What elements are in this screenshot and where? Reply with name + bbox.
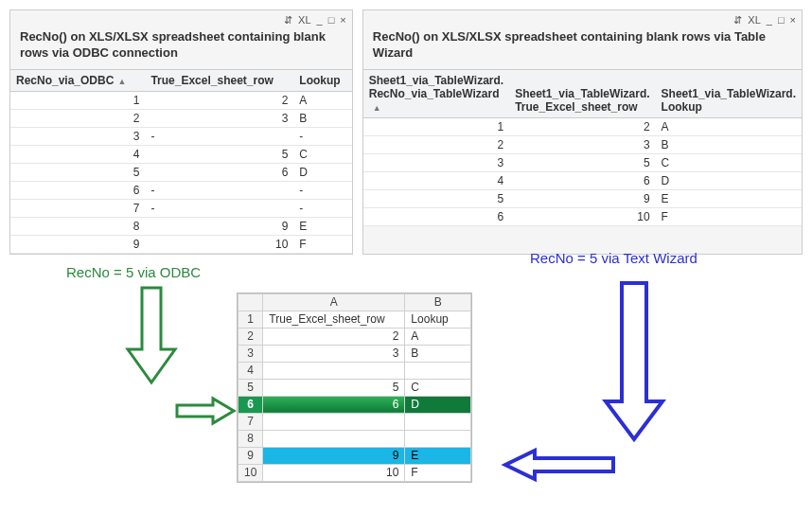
cell-lookup: D	[656, 171, 802, 189]
table-row[interactable]: 89E	[10, 217, 352, 235]
excel-row[interactable]: 99E	[238, 447, 471, 464]
table-row[interactable]: 610F	[363, 207, 802, 225]
cell-recno: 6	[10, 181, 145, 199]
table-row[interactable]: 7--	[10, 199, 352, 217]
cell-lookup: B	[293, 109, 351, 127]
cell-true-row: -	[145, 127, 293, 145]
row-header[interactable]: 8	[238, 430, 263, 447]
row-header[interactable]: 2	[238, 328, 263, 345]
row-header[interactable]: 3	[238, 345, 263, 362]
excel-row[interactable]: 55C	[238, 379, 471, 396]
col-header-b[interactable]: B	[405, 293, 471, 311]
cell-b[interactable]: F	[405, 464, 471, 481]
row-header[interactable]: 5	[238, 379, 263, 396]
export-xl-button[interactable]: XL	[748, 15, 760, 26]
cell-a[interactable]: 9	[263, 447, 405, 464]
cell-b[interactable]	[405, 413, 471, 430]
cell-true-row: 3	[145, 109, 293, 127]
table-row[interactable]: 35C	[363, 153, 802, 171]
table-row[interactable]: 59E	[363, 189, 802, 207]
cell-recno: 2	[363, 135, 509, 153]
cell-a[interactable]: 3	[263, 345, 405, 362]
close-button[interactable]: ×	[340, 15, 345, 26]
annotation-area: RecNo = 5 via ODBC RecNo = 5 via Text Wi…	[9, 264, 803, 515]
col-header-lookup[interactable]: Lookup	[293, 69, 351, 91]
cell-recno: 5	[10, 163, 145, 181]
excel-row[interactable]: 66D	[238, 396, 471, 413]
row-header[interactable]: 9	[238, 447, 263, 464]
cell-recno: 2	[10, 109, 145, 127]
row-header[interactable]: 1	[238, 311, 263, 328]
table-row[interactable]: 12A	[363, 117, 802, 135]
cell-a[interactable]: 5	[263, 379, 405, 396]
panel-title: RecNo() on XLS/XLSX spreadsheet containi…	[363, 29, 802, 69]
table-row[interactable]: 45C	[10, 145, 352, 163]
cell-a[interactable]	[263, 362, 405, 379]
table-row[interactable]: 910F	[10, 235, 352, 253]
minimize-button[interactable]: _	[767, 15, 772, 26]
panel-title: RecNo() on XLS/XLSX spreadsheet containi…	[10, 29, 352, 69]
fastchange-icon[interactable]: ⇵	[733, 15, 742, 26]
row-header[interactable]: 10	[238, 464, 263, 481]
cell-true-row: 6	[509, 171, 655, 189]
close-button[interactable]: ×	[790, 15, 796, 26]
row-header[interactable]: 4	[238, 362, 263, 379]
table-row[interactable]: 6--	[10, 181, 352, 199]
maximize-button[interactable]: □	[328, 15, 335, 26]
cell-lookup: E	[656, 189, 802, 207]
table-row[interactable]: 23B	[363, 135, 802, 153]
cell-b[interactable]	[405, 362, 471, 379]
cell-b[interactable]: A	[405, 328, 471, 345]
annotation-odbc-label: RecNo = 5 via ODBC	[66, 264, 201, 280]
maximize-button[interactable]: □	[778, 15, 785, 26]
row-header[interactable]: 6	[238, 396, 263, 413]
annotation-wizard-label: RecNo = 5 via Text Wizard	[530, 250, 697, 266]
col-header-a[interactable]: A	[263, 293, 405, 311]
cell-recno: 9	[10, 235, 145, 253]
row-header[interactable]: 7	[238, 413, 263, 430]
cell-b[interactable]: C	[405, 379, 471, 396]
excel-row[interactable]: 22A	[238, 328, 471, 345]
fastchange-icon[interactable]: ⇵	[284, 15, 292, 26]
excel-row[interactable]: 33B	[238, 345, 471, 362]
arrow-right-green-icon	[175, 397, 237, 425]
col-header-true-row[interactable]: True_Excel_sheet_row	[145, 69, 293, 91]
cell-a[interactable]	[263, 430, 405, 447]
cell-a[interactable]	[263, 413, 405, 430]
excel-row[interactable]: 4	[238, 362, 471, 379]
cell-recno: 4	[10, 145, 145, 163]
cell-recno: 4	[363, 171, 509, 189]
cell-a[interactable]: 2	[263, 328, 405, 345]
cell-b[interactable]: Lookup	[405, 311, 471, 328]
cell-b[interactable]: D	[405, 396, 471, 413]
cell-true-row: 10	[509, 207, 655, 225]
export-xl-button[interactable]: XL	[298, 15, 310, 26]
cell-lookup: -	[293, 181, 351, 199]
cell-a[interactable]: 6	[263, 396, 405, 413]
panel-toolbar: ⇵ XL _ □ ×	[10, 10, 352, 29]
cell-b[interactable]: B	[405, 345, 471, 362]
minimize-button[interactable]: _	[317, 15, 323, 26]
table-row[interactable]: 12A	[10, 91, 352, 109]
excel-row[interactable]: 8	[238, 430, 471, 447]
cell-lookup: E	[293, 217, 351, 235]
excel-row[interactable]: 1True_Excel_sheet_rowLookup	[238, 311, 471, 328]
table-row[interactable]: 46D	[363, 171, 802, 189]
cell-a[interactable]: True_Excel_sheet_row	[263, 311, 405, 328]
cell-recno: 6	[363, 207, 509, 225]
excel-row[interactable]: 1010F	[238, 464, 471, 481]
col-header-true-row[interactable]: Sheet1_via_TableWizard.True_Excel_sheet_…	[509, 69, 655, 117]
table-row[interactable]: 23B	[10, 109, 352, 127]
cell-a[interactable]: 10	[263, 464, 405, 481]
cell-lookup: F	[293, 235, 351, 253]
col-header-recno[interactable]: RecNo_via_ODBC▲	[10, 69, 145, 91]
cell-b[interactable]	[405, 430, 471, 447]
col-header-lookup[interactable]: Sheet1_via_TableWizard.Lookup	[656, 69, 802, 117]
excel-row[interactable]: 7	[238, 413, 471, 430]
cell-b[interactable]: E	[405, 447, 471, 464]
cell-true-row: 9	[509, 189, 655, 207]
select-all-corner[interactable]	[238, 293, 263, 311]
table-row[interactable]: 3--	[10, 127, 352, 145]
table-row[interactable]: 56D	[10, 163, 352, 181]
col-header-recno[interactable]: Sheet1_via_TableWizard.RecNo_via_TableWi…	[363, 69, 509, 117]
